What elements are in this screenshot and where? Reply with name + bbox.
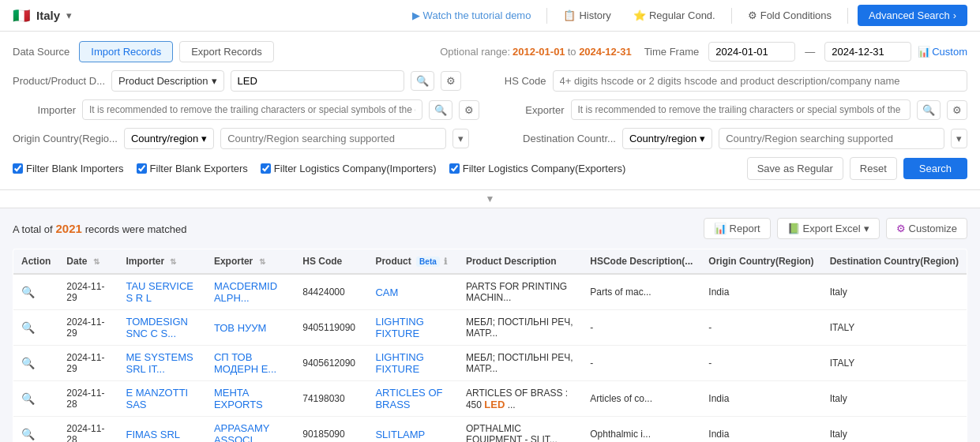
start-date-input[interactable]	[708, 42, 795, 62]
origin-country-input[interactable]	[220, 128, 446, 149]
filters-buttons-row: Filter Blank Importers Filter Blank Expo…	[13, 157, 967, 180]
exporter-link[interactable]: ТОВ НУУМ	[214, 322, 267, 334]
end-date-input[interactable]	[824, 42, 911, 62]
search-button[interactable]: Search	[903, 158, 967, 179]
dest-country-type-select[interactable]: Country/region ▾	[622, 128, 712, 149]
report-button[interactable]: 📊 Report	[704, 218, 771, 239]
exporter-cell[interactable]: ТОВ НУУМ	[206, 310, 295, 346]
product-hscode-row: Product/Product D... Product Description…	[13, 70, 967, 92]
filter-logistics-importers[interactable]: Filter Logistics Company(Importers)	[261, 163, 437, 174]
importer-cell[interactable]: TOMDESIGN SNC C S...	[118, 310, 205, 346]
importer-input[interactable]	[82, 99, 422, 120]
hscode-desc-cell: Ophthalmic i...	[582, 417, 700, 443]
product-type-select[interactable]: Product Description ▾	[111, 70, 223, 92]
import-records-tab[interactable]: Import Records	[79, 41, 173, 62]
export-excel-button[interactable]: 📗 Export Excel ▾	[777, 218, 880, 239]
dest-chevron-btn[interactable]: ▾	[951, 129, 967, 148]
product-cell[interactable]: LIGHTING FIXTURE	[367, 346, 458, 381]
country-selector[interactable]: 🇮🇹 Italy ▾	[13, 7, 72, 24]
row-search-icon[interactable]: 🔍	[21, 321, 35, 334]
time-frame-label: Time Frame	[644, 46, 700, 58]
product-search-icon-btn[interactable]: 🔍	[411, 71, 434, 91]
importer-search-icon-btn[interactable]: 🔍	[429, 100, 452, 120]
table-header-row: Action Date ⇅ Importer ⇅ Exporter ⇅ HS C…	[13, 249, 967, 275]
exporter-link[interactable]: MEHTA EXPORTS	[214, 387, 263, 410]
results-count: A total of 2021 records were matched	[13, 222, 186, 235]
importer-settings-icon-btn[interactable]: ⚙	[459, 100, 479, 120]
results-area: A total of 2021 records were matched 📊 R…	[0, 208, 980, 442]
history-link[interactable]: 📋 History	[557, 6, 617, 24]
origin-chevron-btn[interactable]: ▾	[452, 129, 469, 148]
advanced-search-button[interactable]: Advanced Search ›	[858, 5, 967, 26]
table-row: 🔍 2024-11-28 E MANZOTTI SAS MEHTA EXPORT…	[13, 381, 967, 417]
exporter-cell[interactable]: СП ТОВ МОДЕРН Е...	[206, 346, 295, 381]
row-search-icon[interactable]: 🔍	[21, 286, 35, 298]
collapse-bar[interactable]: ▼	[0, 190, 980, 208]
filter-blank-exporters[interactable]: Filter Blank Exporters	[137, 163, 248, 174]
importer-link[interactable]: E MANZOTTI SAS	[126, 387, 188, 410]
importer-link[interactable]: ME SYSTEMS SRL IT...	[126, 351, 193, 375]
row-search-icon[interactable]: 🔍	[21, 357, 35, 369]
hscode-label: HS Code	[483, 75, 546, 87]
product-cell[interactable]: ARTICLES OF BRASS	[367, 381, 458, 417]
custom-link[interactable]: 📊 Custom	[918, 46, 967, 58]
exporter-link[interactable]: APPASAMY ASSOCI...	[214, 422, 269, 442]
exporter-link[interactable]: MACDERMID ALPH...	[214, 280, 277, 304]
col-header-exporter[interactable]: Exporter ⇅	[206, 249, 295, 275]
history-icon: 📋	[563, 9, 576, 21]
action-cell: 🔍	[13, 417, 59, 443]
importer-link[interactable]: FIMAS SRL	[126, 429, 180, 440]
exporter-link[interactable]: СП ТОВ МОДЕРН Е...	[214, 351, 276, 375]
importer-cell[interactable]: TAU SERVICE S R L	[118, 274, 205, 310]
importer-cell[interactable]: FIMAS SRL	[118, 417, 205, 443]
origin-country-type-select[interactable]: Country/region ▾	[124, 128, 214, 149]
chevron-down-icon: ▼	[486, 193, 495, 204]
filter-blank-importers[interactable]: Filter Blank Importers	[13, 163, 124, 174]
product-cell[interactable]: LIGHTING FIXTURE	[367, 310, 458, 346]
tutorial-link[interactable]: ▶ Watch the tutorial demo	[406, 6, 538, 24]
product-search-input[interactable]	[231, 70, 404, 92]
product-link[interactable]: LIGHTING FIXTURE	[375, 351, 423, 375]
regular-cond-link[interactable]: ⭐ Regular Cond.	[627, 6, 722, 24]
date-cell: 2024-11-29	[58, 346, 118, 381]
fold-conditions-link[interactable]: ⚙ Fold Conditions	[742, 6, 838, 24]
export-records-tab[interactable]: Export Records	[179, 41, 274, 62]
origin-country-cell: -	[700, 310, 821, 346]
product-link[interactable]: CAM	[375, 287, 398, 298]
hscode-cell: 9405119090	[295, 310, 367, 346]
dest-country-cell: Italy	[822, 274, 967, 310]
row-search-icon[interactable]: 🔍	[21, 392, 35, 405]
importer-cell[interactable]: ME SYSTEMS SRL IT...	[118, 346, 205, 381]
exporter-cell[interactable]: MACDERMID ALPH...	[206, 274, 295, 310]
dest-country-input[interactable]	[719, 128, 944, 149]
exporter-cell[interactable]: MEHTA EXPORTS	[206, 381, 295, 417]
reset-button[interactable]: Reset	[850, 157, 897, 180]
exporter-search-icon-btn[interactable]: 🔍	[917, 100, 941, 120]
col-header-origin-country: Origin Country(Region)	[700, 249, 821, 275]
product-link[interactable]: ARTICLES OF BRASS	[375, 387, 442, 410]
row-search-icon[interactable]: 🔍	[21, 428, 35, 440]
customize-button[interactable]: ⚙ Customize	[886, 218, 967, 239]
date-cell: 2024-11-29	[58, 274, 118, 310]
hscode-input[interactable]	[553, 70, 967, 92]
date-cell: 2024-11-29	[58, 310, 118, 346]
product-settings-icon-btn[interactable]: ⚙	[441, 71, 461, 91]
importer-cell[interactable]: E MANZOTTI SAS	[118, 381, 205, 417]
product-cell[interactable]: SLITLAMP	[367, 417, 458, 443]
product-cell[interactable]: CAM	[367, 274, 458, 310]
time-frame-group: Optional range: 2012-01-01 to 2024-12-31…	[440, 42, 967, 62]
arrow-right-icon: ›	[953, 9, 956, 21]
exporter-cell[interactable]: APPASAMY ASSOCI...	[206, 417, 295, 443]
col-header-date[interactable]: Date ⇅	[58, 249, 118, 275]
exporter-settings-icon-btn[interactable]: ⚙	[947, 100, 967, 120]
importer-link[interactable]: TAU SERVICE S R L	[126, 280, 193, 304]
save-as-regular-button[interactable]: Save as Regular	[747, 157, 843, 180]
filter-logistics-exporters[interactable]: Filter Logistics Company(Exporters)	[449, 163, 626, 174]
action-cell: 🔍	[13, 381, 59, 417]
exporter-input[interactable]	[571, 99, 911, 120]
importer-link[interactable]: TOMDESIGN SNC C S...	[126, 316, 188, 339]
table-row: 🔍 2024-11-29 TAU SERVICE S R L MACDERMID…	[13, 274, 967, 310]
product-link[interactable]: LIGHTING FIXTURE	[375, 316, 423, 339]
col-header-importer[interactable]: Importer ⇅	[118, 249, 205, 275]
product-link[interactable]: SLITLAMP	[375, 429, 425, 440]
